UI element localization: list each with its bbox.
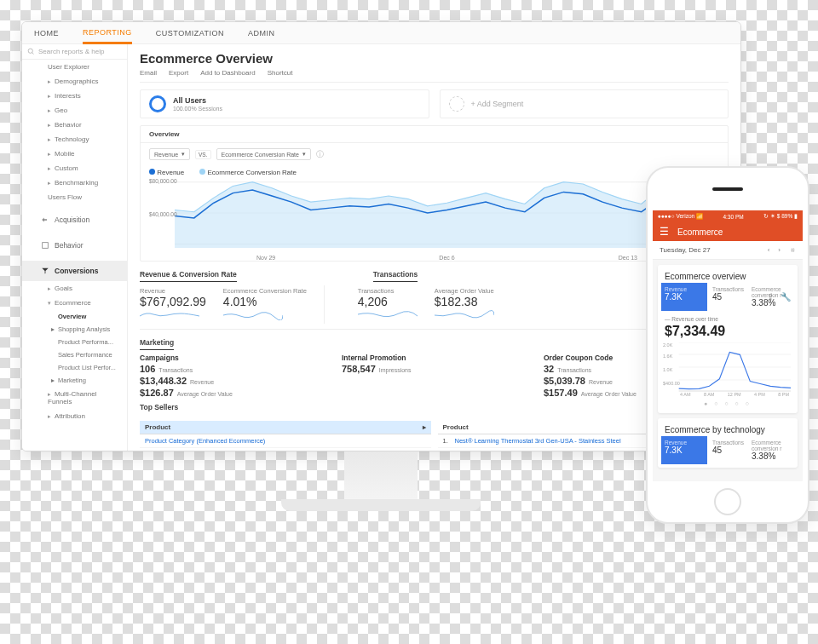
acquisition-icon <box>41 216 49 224</box>
phone-stat-transactions[interactable]: Transactions 45 <box>704 440 752 461</box>
y-tick-mid: $40,000.00 <box>149 211 177 217</box>
phone-status-bar: ●●●●○ Verizon 📶 4:30 PM ↻ ✶ $ 89% ▮ <box>653 210 803 222</box>
sidebar-acquisition[interactable]: Acquisition <box>22 210 127 230</box>
search-box[interactable]: Search reports & help <box>22 44 127 60</box>
sidebar-attribution[interactable]: Attribution <box>22 409 127 423</box>
stat-value-ecr: 4.01% <box>223 295 307 308</box>
page-dots[interactable]: ● ○ ○ ○ ○ <box>665 400 791 406</box>
sparkline <box>435 308 494 320</box>
monitor-base <box>281 499 481 511</box>
svg-point-0 <box>28 49 32 53</box>
sidebar-multi-channel[interactable]: Multi-Channel Funnels <box>22 387 127 409</box>
stat-value-revenue: $767,092.99 <box>140 295 206 308</box>
x-tick: Dec 6 <box>439 255 454 261</box>
top-sellers-link[interactable]: Product Brand <box>140 448 431 451</box>
segment-add-label: + Add Segment <box>471 100 524 108</box>
sidebar-behavior[interactable]: Behavior <box>22 235 127 256</box>
top-sellers-left-header[interactable]: Product ▸ <box>140 421 431 434</box>
add-segment-circle-icon <box>449 96 464 112</box>
phone-home-button[interactable] <box>714 488 741 515</box>
sidebar-ecom-product-list[interactable]: Product List Perfor... <box>22 361 127 374</box>
stat-value-transactions: 4,206 <box>358 295 418 308</box>
share-icon[interactable]: ⇪ <box>767 292 774 302</box>
segment-circle-icon <box>149 95 166 112</box>
svg-rect-2 <box>43 243 49 249</box>
sidebar-behavior-sub[interactable]: Behavior <box>22 118 127 132</box>
x-tick: Dec 13 <box>619 255 637 261</box>
sidebar-mobile[interactable]: Mobile <box>22 147 127 161</box>
mkt-campaigns-title: Campaigns <box>140 354 325 362</box>
wrench-icon[interactable]: 🔧 <box>781 292 791 302</box>
monitor-stand <box>344 451 418 499</box>
sidebar-conversions[interactable]: Conversions <box>22 261 127 281</box>
sidebar-ecommerce[interactable]: Ecommerce <box>22 296 127 310</box>
y-tick-top: $80,000.00 <box>149 178 177 184</box>
dropdown-secondary-metric[interactable]: Ecommerce Conversion Rate▾ <box>216 148 311 160</box>
action-shortcut[interactable]: Shortcut <box>268 69 293 77</box>
phone-card-overview: Ecommerce overview Revenue 7.3K Transact… <box>658 265 798 413</box>
sidebar-benchmarking[interactable]: Benchmarking <box>22 175 127 190</box>
phone-stat-revenue[interactable]: Revenue 7.3K <box>661 283 707 311</box>
sidebar-interests[interactable]: Interests <box>22 89 127 103</box>
sidebar-ecom-marketing[interactable]: ▸ Marketing <box>22 374 127 387</box>
phone-date-row: Tuesday, Dec 27 ‹ › ⨳ <box>653 241 803 260</box>
phone-speaker <box>712 187 743 191</box>
sidebar: Search reports & help User Explorer Demo… <box>22 44 128 451</box>
phone-stat-transactions[interactable]: Transactions 45 <box>704 286 752 308</box>
options-icon[interactable]: ⓘ <box>316 149 324 160</box>
filter-icon[interactable]: ⨳ <box>789 246 796 254</box>
sidebar-technology[interactable]: Technology <box>22 132 127 147</box>
sidebar-user-explorer[interactable]: User Explorer <box>22 60 127 74</box>
next-day-icon[interactable]: › <box>778 246 781 254</box>
action-add-dashboard[interactable]: Add to Dashboard <box>200 69 256 77</box>
sidebar-goals[interactable]: Goals <box>22 281 127 296</box>
page-title: Ecommerce Overview <box>140 51 729 66</box>
phone-chart: 2.0K 1.6K 1.0K $400.00 <box>665 342 791 392</box>
sidebar-ecom-overview[interactable]: Overview <box>22 310 127 323</box>
sidebar-geo[interactable]: Geo <box>22 103 127 118</box>
desktop-monitor: HOME REPORTING CUSTOMIZATION ADMIN Searc… <box>21 21 741 451</box>
segment-title: All Users <box>173 96 222 105</box>
legend-ecr: Ecommerce Conversion Rate <box>208 169 297 176</box>
phone-stat-revenue[interactable]: Revenue 7.3K <box>661 436 707 464</box>
phone-app-bar: ☰ Ecommerce <box>653 222 803 241</box>
nav-reporting[interactable]: REPORTING <box>83 22 132 44</box>
sidebar-users-flow[interactable]: Users Flow <box>22 190 127 204</box>
sidebar-custom[interactable]: Custom <box>22 161 127 175</box>
chevron-right-icon: ▸ <box>423 423 426 431</box>
sidebar-demographics[interactable]: Demographics <box>22 74 127 89</box>
segment-all-users[interactable]: All Users 100.00% Sessions <box>140 89 429 118</box>
page-actions: Email Export Add to Dashboard Shortcut <box>140 69 729 83</box>
segment-add[interactable]: + Add Segment <box>440 89 729 118</box>
behavior-icon <box>41 241 49 250</box>
phone-date: Tuesday, Dec 27 <box>660 246 711 254</box>
phone-frame: ●●●●○ Verizon 📶 4:30 PM ↻ ✶ $ 89% ▮ ☰ Ec… <box>646 166 809 524</box>
phone-stat-ecr[interactable]: Ecommerce conversion r 3.38% <box>752 440 791 461</box>
sidebar-ecom-shopping[interactable]: ▸ Shopping Analysis <box>22 323 127 336</box>
phone-time: 4:30 PM <box>723 214 743 220</box>
prev-day-icon[interactable]: ‹ <box>768 246 770 254</box>
sidebar-ecom-product-perf[interactable]: Product Performa... <box>22 336 127 348</box>
action-export[interactable]: Export <box>169 69 188 77</box>
search-icon <box>27 48 35 55</box>
top-sellers-link[interactable]: Product Category (Enhanced Ecommerce) <box>140 434 431 448</box>
action-email[interactable]: Email <box>140 69 157 77</box>
sidebar-ecom-sales-perf[interactable]: Sales Performance <box>22 348 127 361</box>
dropdown-primary-metric[interactable]: Revenue▾ <box>149 148 190 160</box>
phone-screen: ●●●●○ Verizon 📶 4:30 PM ↻ ✶ $ 89% ▮ ☰ Ec… <box>653 210 803 481</box>
phone-app-title: Ecommerce <box>677 227 723 237</box>
nav-admin[interactable]: ADMIN <box>248 23 275 43</box>
stats-head-left: Revenue & Conversion Rate <box>140 270 237 282</box>
top-sellers-head: Top Sellers <box>140 403 178 414</box>
card-title: Ecommerce overview <box>665 272 791 281</box>
tab-overview[interactable]: Overview <box>141 126 728 143</box>
svg-line-1 <box>32 53 34 55</box>
chevron-down-icon: ▾ <box>302 151 306 158</box>
conversions-icon <box>41 267 49 275</box>
nav-customization[interactable]: CUSTOMIZATION <box>156 23 224 43</box>
stat-label: Revenue <box>140 287 206 295</box>
hamburger-icon[interactable]: ☰ <box>660 226 669 238</box>
phone-card-technology: Ecommerce by technology Revenue 7.3K Tra… <box>658 418 798 468</box>
top-nav: HOME REPORTING CUSTOMIZATION ADMIN <box>22 22 740 44</box>
nav-home[interactable]: HOME <box>34 23 59 43</box>
